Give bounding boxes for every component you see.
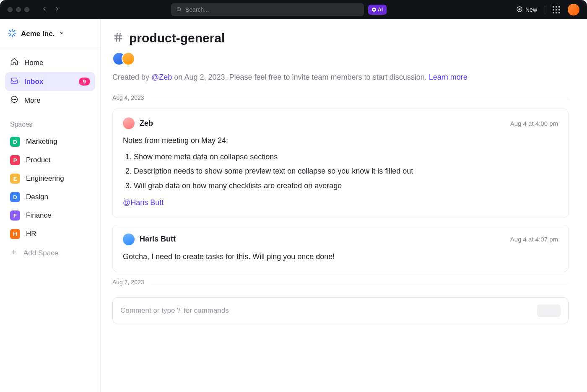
svg-line-12 bbox=[13, 31, 15, 32]
plus-circle-icon bbox=[516, 6, 523, 14]
message-card[interactable]: Zeb Aug 4 at 4:00 pm Notes from meeting … bbox=[112, 109, 569, 218]
nav-more[interactable]: More bbox=[5, 91, 95, 110]
svg-line-1 bbox=[180, 10, 182, 11]
new-button[interactable]: New bbox=[516, 6, 537, 14]
space-label: HR bbox=[26, 230, 36, 238]
space-chip: D bbox=[10, 192, 20, 202]
plus-icon bbox=[10, 248, 18, 258]
svg-line-11 bbox=[10, 34, 11, 36]
send-button[interactable] bbox=[537, 304, 561, 317]
channel-description: Created by @Zeb on Aug 2, 2023. Please f… bbox=[112, 73, 569, 82]
nav-home[interactable]: Home bbox=[5, 53, 95, 72]
nav-inbox[interactable]: Inbox 9 bbox=[5, 72, 95, 91]
space-item[interactable]: FFinance bbox=[5, 206, 95, 225]
message-body: Gotcha, I need to create tasks for this.… bbox=[123, 250, 558, 263]
svg-line-10 bbox=[13, 34, 15, 36]
message-body: Notes from meeting on May 24: Show more … bbox=[123, 134, 558, 209]
home-icon bbox=[10, 57, 18, 68]
main-content: product-general Created by @Zeb on Aug 2… bbox=[101, 19, 587, 392]
workspace-switcher[interactable]: Acme Inc. bbox=[0, 23, 100, 47]
hash-icon bbox=[112, 31, 124, 45]
svg-line-9 bbox=[10, 31, 11, 32]
ai-icon bbox=[372, 8, 376, 12]
composer-placeholder: Comment or type '/' for commands bbox=[120, 306, 537, 315]
nav-forward-button[interactable] bbox=[54, 5, 60, 14]
inbox-badge: 9 bbox=[79, 78, 90, 86]
message-card[interactable]: Haris Butt Aug 4 at 4:07 pm Gotcha, I ne… bbox=[112, 225, 569, 272]
search-input[interactable]: Search... bbox=[171, 3, 364, 16]
space-chip: P bbox=[10, 155, 20, 165]
date-divider: Aug 4, 2023 bbox=[112, 94, 569, 101]
chevron-down-icon bbox=[59, 30, 65, 38]
workspace-name: Acme Inc. bbox=[21, 30, 55, 38]
space-label: Engineering bbox=[26, 174, 64, 183]
avatar bbox=[123, 117, 135, 129]
space-item[interactable]: DDesign bbox=[5, 188, 95, 206]
add-space-button[interactable]: Add Space bbox=[0, 243, 100, 263]
apps-grid-icon[interactable] bbox=[553, 6, 560, 13]
svg-point-14 bbox=[13, 99, 13, 100]
space-label: Product bbox=[26, 156, 51, 164]
message-author: Haris Butt bbox=[140, 235, 176, 244]
user-mention[interactable]: @Haris Butt bbox=[123, 196, 558, 209]
space-label: Marketing bbox=[26, 138, 57, 146]
avatar bbox=[122, 52, 135, 65]
space-item[interactable]: DMarketing bbox=[5, 132, 95, 151]
separator bbox=[545, 5, 545, 14]
user-avatar[interactable] bbox=[568, 4, 579, 16]
space-label: Design bbox=[26, 193, 48, 201]
inbox-icon bbox=[10, 76, 18, 87]
window-controls[interactable] bbox=[8, 7, 29, 12]
svg-point-15 bbox=[14, 99, 15, 100]
svg-line-21 bbox=[116, 33, 117, 42]
search-placeholder: Search... bbox=[185, 6, 209, 13]
space-item[interactable]: HHR bbox=[5, 225, 95, 243]
date-divider: Aug 7, 2023 bbox=[112, 279, 569, 286]
channel-title: product-general bbox=[129, 31, 225, 45]
svg-point-16 bbox=[16, 99, 16, 100]
avatar bbox=[123, 234, 135, 245]
topbar: Search... AI New bbox=[0, 0, 587, 19]
svg-line-22 bbox=[119, 33, 120, 42]
ellipsis-circle-icon bbox=[10, 95, 18, 106]
ai-button[interactable]: AI bbox=[368, 5, 387, 15]
message-timestamp: Aug 4 at 4:00 pm bbox=[510, 120, 558, 127]
space-item[interactable]: EEngineering bbox=[5, 169, 95, 188]
message-author: Zeb bbox=[140, 119, 153, 128]
space-chip: F bbox=[10, 210, 20, 221]
svg-point-0 bbox=[177, 7, 180, 10]
workspace-logo-icon bbox=[8, 29, 17, 39]
nav-back-button[interactable] bbox=[41, 5, 48, 14]
space-label: Finance bbox=[26, 211, 51, 220]
space-item[interactable]: PProduct bbox=[5, 151, 95, 169]
space-chip: E bbox=[10, 174, 20, 184]
learn-more-link[interactable]: Learn more bbox=[429, 73, 468, 81]
space-chip: D bbox=[10, 137, 20, 147]
comment-composer[interactable]: Comment or type '/' for commands bbox=[112, 297, 569, 324]
message-timestamp: Aug 4 at 4:07 pm bbox=[510, 236, 558, 243]
user-mention[interactable]: @Zeb bbox=[151, 73, 172, 81]
sidebar: Acme Inc. Home Inbox 9 bbox=[0, 19, 101, 392]
space-chip: H bbox=[10, 229, 20, 239]
member-avatars[interactable] bbox=[112, 52, 569, 65]
search-icon bbox=[176, 6, 182, 13]
spaces-heading: Spaces bbox=[0, 112, 100, 132]
